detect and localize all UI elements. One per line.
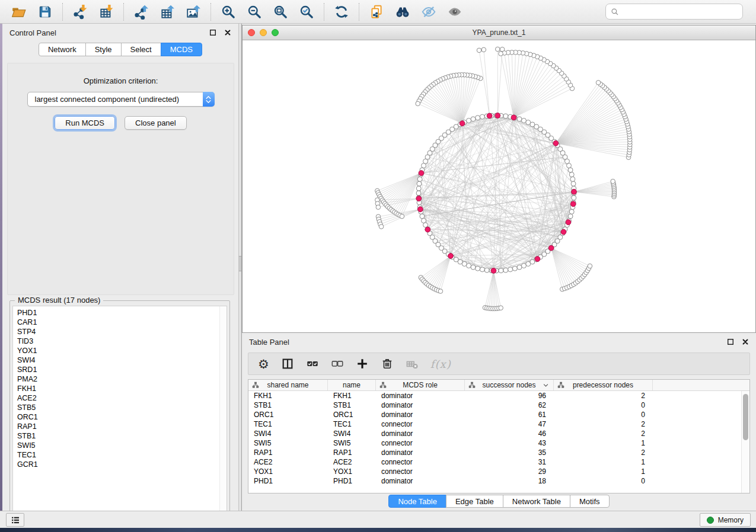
deselect-all-button[interactable] xyxy=(331,355,344,373)
result-node-item[interactable]: SWI5 xyxy=(17,441,227,450)
zoom-selected-button[interactable] xyxy=(294,2,320,22)
tab-motifs[interactable]: Motifs xyxy=(570,495,610,508)
search-field[interactable] xyxy=(605,4,743,20)
eye-slash-button[interactable] xyxy=(416,2,442,22)
result-node-item[interactable]: STB1 xyxy=(17,431,227,441)
result-node-item[interactable]: YOX1 xyxy=(17,346,227,355)
graph-hub-node[interactable] xyxy=(417,207,423,212)
table-row[interactable]: PHD1PHD1dominator180 xyxy=(248,476,749,486)
column-header-name[interactable]: name xyxy=(328,380,376,390)
zoom-fit-button[interactable] xyxy=(267,2,294,22)
memory-button[interactable]: Memory xyxy=(700,513,751,527)
table-row[interactable]: FKH1FKH1dominator962 xyxy=(248,391,749,400)
tab-network[interactable]: Network xyxy=(39,43,86,56)
graph-hub-node[interactable] xyxy=(491,268,496,274)
table-row[interactable]: STB1STB1dominator620 xyxy=(248,400,749,410)
refresh-button[interactable] xyxy=(328,2,355,22)
graph-hub-node[interactable] xyxy=(553,140,559,146)
tab-network-table[interactable]: Network Table xyxy=(503,495,570,508)
graph-hub-node[interactable] xyxy=(419,171,424,176)
table-scrollbar[interactable] xyxy=(741,391,749,493)
delete-button[interactable] xyxy=(381,355,394,373)
export-network-button[interactable] xyxy=(128,2,154,22)
result-scrollbar[interactable] xyxy=(219,306,227,517)
save-button[interactable] xyxy=(32,2,58,22)
result-node-item[interactable]: SRD1 xyxy=(17,365,227,374)
close-table-panel-icon[interactable] xyxy=(741,338,749,346)
export-table-button[interactable] xyxy=(154,2,180,22)
close-panel-button[interactable]: Close panel xyxy=(125,116,187,130)
column-panel-button[interactable] xyxy=(281,355,294,373)
result-node-item[interactable]: PMA2 xyxy=(17,374,227,384)
table-row[interactable]: SWI4SWI4dominator462 xyxy=(248,429,749,438)
result-node-item[interactable]: ORC1 xyxy=(17,412,227,422)
float-panel-button[interactable] xyxy=(209,29,216,37)
float-table-panel-button[interactable] xyxy=(726,338,734,346)
tab-style[interactable]: Style xyxy=(85,43,122,56)
graph-hub-node[interactable] xyxy=(448,254,454,259)
tab-mcds[interactable]: MCDS xyxy=(161,43,202,56)
graph-hub-node[interactable] xyxy=(570,201,576,207)
table-row[interactable]: TEC1TEC1connector472 xyxy=(248,419,749,429)
graph-hub-node[interactable] xyxy=(495,113,500,118)
network-window-titlebar[interactable]: YPA_prune.txt_1 xyxy=(243,25,755,40)
task-history-button[interactable] xyxy=(6,513,24,527)
tab-node-table[interactable]: Node Table xyxy=(388,495,446,508)
add-column-button[interactable] xyxy=(356,355,369,373)
open-folder-button[interactable] xyxy=(6,2,32,22)
result-node-item[interactable]: TID3 xyxy=(17,336,227,346)
function-button[interactable]: f(x) xyxy=(430,355,451,373)
close-panel-icon[interactable] xyxy=(224,29,231,37)
network-graph[interactable] xyxy=(243,40,755,332)
graph-hub-node[interactable] xyxy=(535,257,540,262)
run-mcds-button[interactable]: Run MCDS xyxy=(55,116,115,130)
binoculars-button[interactable] xyxy=(390,2,416,22)
clone-network-button[interactable] xyxy=(363,2,390,22)
result-node-item[interactable]: STP4 xyxy=(17,327,227,336)
import-network-button[interactable] xyxy=(67,2,93,22)
graph-hub-node[interactable] xyxy=(511,115,516,120)
import-table-button[interactable] xyxy=(93,2,119,22)
graph-hub-node[interactable] xyxy=(460,121,465,126)
result-node-item[interactable]: GCR1 xyxy=(17,460,227,469)
network-canvas[interactable] xyxy=(243,40,755,332)
result-node-item[interactable]: STB5 xyxy=(17,403,227,412)
result-node-item[interactable]: TEC1 xyxy=(17,450,227,460)
result-node-item[interactable]: PHD1 xyxy=(17,308,227,318)
result-node-item[interactable]: RAP1 xyxy=(17,422,227,431)
table-row[interactable]: YOX1YOX1connector291 xyxy=(248,467,749,476)
mcds-result-list[interactable]: PHD1CAR1STP4TID3YOX1SWI4SRD1PMA2FKH1ACE2… xyxy=(12,306,227,517)
graph-hub-node[interactable] xyxy=(572,189,577,194)
maximize-window-icon[interactable] xyxy=(272,29,279,36)
column-header-predecessor-nodes[interactable]: predecessor nodes xyxy=(554,380,653,390)
select-all-button[interactable] xyxy=(306,355,319,373)
gear-button[interactable]: ⚙ xyxy=(258,355,269,373)
result-node-item[interactable]: CAR1 xyxy=(17,318,227,327)
table-row[interactable]: ORC1ORC1dominator610 xyxy=(248,410,749,419)
column-header-mcds-role[interactable]: MCDS role xyxy=(376,380,465,390)
result-node-item[interactable]: SWI4 xyxy=(17,355,227,365)
tab-select[interactable]: Select xyxy=(121,43,161,56)
zoom-out-button[interactable] xyxy=(241,2,267,22)
close-window-icon[interactable] xyxy=(248,29,255,36)
graph-hub-node[interactable] xyxy=(561,229,566,235)
tab-edge-table[interactable]: Edge Table xyxy=(446,495,503,508)
table-row[interactable]: RAP1RAP1dominator352 xyxy=(248,448,749,457)
graph-hub-node[interactable] xyxy=(548,245,554,251)
export-image-button[interactable] xyxy=(180,2,206,22)
graph-hub-node[interactable] xyxy=(425,227,430,232)
minimize-window-icon[interactable] xyxy=(260,29,267,36)
graph-hub-node[interactable] xyxy=(566,220,571,225)
result-node-item[interactable]: FKH1 xyxy=(17,384,227,393)
table-row[interactable]: SWI5SWI5connector431 xyxy=(248,438,749,448)
result-node-item[interactable]: ACE2 xyxy=(17,393,227,403)
graph-hub-node[interactable] xyxy=(416,196,422,201)
eye-button[interactable] xyxy=(442,2,468,22)
column-header-successor-nodes[interactable]: successor nodes xyxy=(465,380,554,390)
scrollbar-thumb[interactable] xyxy=(743,394,748,440)
search-input[interactable] xyxy=(623,7,738,16)
optimization-criterion-select[interactable]: largest connected component (undirected) xyxy=(27,92,215,107)
splitter-handle-icon[interactable] xyxy=(239,256,241,271)
graph-hub-node[interactable] xyxy=(487,113,492,118)
zoom-in-button[interactable] xyxy=(215,2,241,22)
